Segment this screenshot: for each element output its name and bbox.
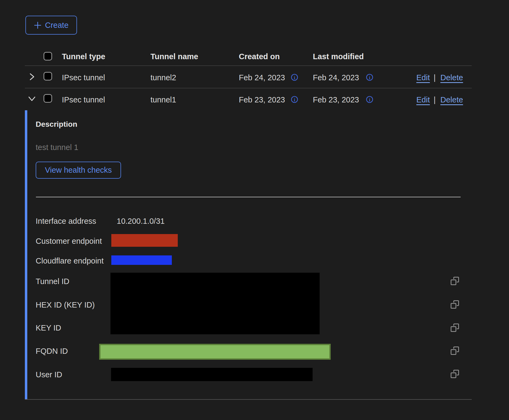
svg-text:i: i xyxy=(369,75,370,80)
svg-text:i: i xyxy=(369,97,370,102)
svg-text:i: i xyxy=(294,75,295,80)
svg-text:i: i xyxy=(294,97,295,102)
